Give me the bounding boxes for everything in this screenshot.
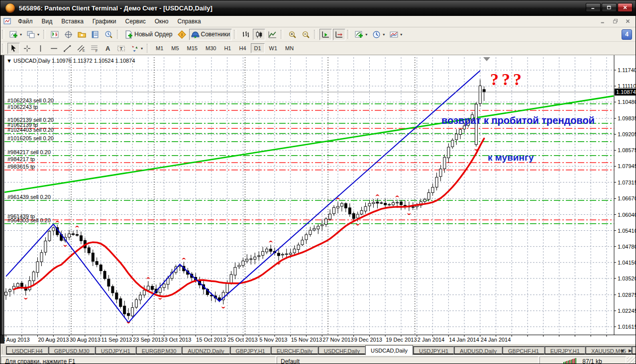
tab-eurgbp-m30[interactable]: EURGBP,M30 bbox=[136, 346, 182, 355]
tab-usdcad-daily[interactable]: USDCAD,Daily bbox=[365, 345, 413, 355]
svg-text:#1062243 tp: #1062243 tp bbox=[7, 104, 38, 110]
mdi-close-icon bbox=[625, 18, 632, 25]
svg-text:#1016205 sell 0.20: #1016205 sell 0.20 bbox=[7, 135, 54, 141]
chart-shift-button[interactable] bbox=[333, 29, 345, 40]
trendline-tool-button[interactable] bbox=[61, 43, 74, 54]
mdi-left-edge bbox=[0, 55, 4, 335]
timeframe-m1-button[interactable]: M1 bbox=[152, 43, 167, 53]
new-chart-button[interactable]: ▾ bbox=[7, 29, 24, 40]
mdi-close-button[interactable] bbox=[623, 17, 634, 25]
svg-text:30 Aug 2013: 30 Aug 2013 bbox=[70, 337, 101, 343]
market-watch-button[interactable] bbox=[49, 29, 61, 40]
mdi-window-controls bbox=[598, 17, 634, 25]
svg-text:25 Oct 2013: 25 Oct 2013 bbox=[228, 337, 258, 343]
price-axis[interactable]: 1.117401.111101.104801.098351.092051.085… bbox=[614, 55, 636, 335]
line-chart-button[interactable] bbox=[266, 29, 279, 40]
navigator-icon bbox=[78, 30, 86, 39]
arrows-tool-button[interactable]: ▾ bbox=[128, 43, 145, 54]
toolbar-standard: 4 ▾▾Новый Ордер!Советники▾▾▾ bbox=[0, 27, 636, 42]
new-order-button[interactable]: Новый Ордер bbox=[122, 29, 174, 40]
menu-сервис[interactable]: Сервис bbox=[121, 18, 150, 25]
channel-tool-button[interactable]: E bbox=[75, 43, 87, 54]
tab-audusd-daily[interactable]: AUDUSD,Daily bbox=[454, 346, 502, 355]
svg-text:27 Nov 2013: 27 Nov 2013 bbox=[322, 337, 353, 343]
mdi-minimize-button[interactable] bbox=[598, 17, 609, 25]
time-axis[interactable]: 8 Aug 201320 Aug 201330 Aug 201311 Sep 2… bbox=[0, 335, 636, 344]
tab-usdjpy-h1[interactable]: USDJPY,H1 bbox=[95, 346, 136, 355]
tabs-scroll-arrows[interactable]: ◀ ▶ bbox=[620, 348, 634, 353]
horizontal-line-tool-button[interactable] bbox=[48, 43, 60, 54]
tab-audnzd-daily[interactable]: AUDNZD,Daily bbox=[182, 346, 229, 355]
titlebar[interactable]: 565896: Panteon Client Terminal - Демо С… bbox=[0, 0, 636, 16]
candles-button[interactable] bbox=[253, 29, 265, 40]
text-label-tool-button[interactable]: T bbox=[115, 43, 127, 54]
text-tool-button[interactable]: A bbox=[102, 43, 114, 54]
templates-button[interactable]: ▾ bbox=[388, 29, 404, 40]
navigator-button[interactable] bbox=[76, 29, 88, 40]
chart-window[interactable]: #1062243 sell 0.20#1062243 tp#1062139 se… bbox=[0, 55, 636, 344]
alert-button[interactable]: ! bbox=[176, 29, 188, 40]
tab-eurjpy-h1[interactable]: EURJPY,H1 bbox=[544, 346, 585, 355]
menu-файл[interactable]: Файл bbox=[13, 18, 37, 25]
timeframe-h4-button[interactable]: H4 bbox=[235, 43, 249, 53]
svg-text:1.04150: 1.04150 bbox=[618, 260, 636, 266]
window-title: 565896: Panteon Client Terminal - Демо С… bbox=[19, 4, 212, 12]
mdi-min-icon bbox=[600, 18, 607, 25]
minimize-button[interactable] bbox=[586, 3, 601, 12]
tab-usdchf-daily[interactable]: USDCHF,Daily bbox=[318, 346, 365, 355]
svg-text:#983615 tp: #983615 tp bbox=[7, 164, 35, 170]
text-label-icon: T bbox=[117, 44, 125, 53]
notification-badge[interactable]: 4 bbox=[622, 29, 632, 40]
auto-scroll-button[interactable] bbox=[319, 29, 332, 40]
svg-text:5 Nov 2013: 5 Nov 2013 bbox=[259, 337, 287, 343]
resize-grip[interactable] bbox=[627, 357, 636, 364]
mdi-restore-icon bbox=[612, 18, 619, 25]
timeframe-w1-button[interactable]: W1 bbox=[266, 43, 281, 53]
crosshair-tool-button[interactable] bbox=[21, 43, 33, 54]
timeframe-d1-button[interactable]: D1 bbox=[251, 43, 265, 53]
data-window-button[interactable] bbox=[62, 29, 75, 40]
tab-gbpjpy-h1[interactable]: GBPJPY,H1 bbox=[230, 346, 271, 355]
bars-button[interactable] bbox=[239, 29, 252, 40]
chart-tabs-bar: USDCHF,H4GBPUSD,M30USDJPY,H1EURGBP,M30AU… bbox=[0, 344, 636, 355]
maximize-button[interactable] bbox=[602, 3, 617, 12]
vertical-line-tool-button[interactable] bbox=[34, 43, 47, 54]
tab-gbpchf-h1[interactable]: GBPCHF,H1 bbox=[502, 346, 544, 355]
timeframe-h1-button[interactable]: H1 bbox=[220, 43, 234, 53]
toolbar-grip bbox=[43, 30, 46, 39]
timeframe-m15-button[interactable]: M15 bbox=[184, 43, 201, 53]
tab-gbpusd-m30[interactable]: GBPUSD,M30 bbox=[48, 346, 95, 355]
new-order-icon bbox=[124, 30, 133, 39]
timeframe-m5-button[interactable]: M5 bbox=[168, 43, 182, 53]
vertical-line-icon bbox=[36, 44, 45, 53]
menu-вид[interactable]: Вид bbox=[37, 18, 57, 25]
chart-plot[interactable]: #1062243 sell 0.20#1062243 tp#1062139 se… bbox=[0, 55, 636, 337]
menu-графики[interactable]: Графики bbox=[88, 18, 121, 25]
chart-shift-marker[interactable] bbox=[483, 57, 490, 61]
svg-text:23 Sep 2013: 23 Sep 2013 bbox=[133, 337, 164, 343]
cursor-tool-button[interactable] bbox=[7, 43, 20, 54]
menu-справка[interactable]: Справка bbox=[173, 18, 206, 25]
terminal-button[interactable] bbox=[89, 29, 102, 40]
svg-text:1.01615: 1.01615 bbox=[618, 324, 636, 330]
zoom-in-button[interactable] bbox=[286, 29, 299, 40]
experts-button[interactable]: Советники bbox=[189, 29, 232, 40]
fibonacci-tool-button[interactable]: F bbox=[88, 43, 101, 54]
indicators-button[interactable]: ▾ bbox=[353, 29, 369, 40]
timeframe-m30-button[interactable]: M30 bbox=[202, 43, 219, 53]
window-controls bbox=[586, 3, 633, 12]
tab-usdjpy-h1[interactable]: USDJPY,H1 bbox=[413, 346, 454, 355]
timeframe-mn-button[interactable]: MN bbox=[282, 43, 297, 53]
profiles-button[interactable]: ▾ bbox=[25, 29, 41, 40]
tabs-grip bbox=[2, 347, 3, 354]
tab-eurchf-daily[interactable]: EURCHF,Daily bbox=[271, 346, 318, 355]
menu-окно[interactable]: Окно bbox=[150, 18, 173, 25]
zoom-out-button[interactable] bbox=[300, 29, 312, 40]
menu-вставка[interactable]: Вставка bbox=[57, 18, 88, 25]
tester-button[interactable] bbox=[103, 29, 115, 40]
close-button[interactable] bbox=[618, 3, 633, 12]
periods-button[interactable]: ▾ bbox=[370, 29, 387, 40]
mdi-restore-button[interactable] bbox=[610, 17, 621, 25]
status-profile[interactable]: Default bbox=[277, 357, 538, 364]
tab-usdchf-h4[interactable]: USDCHF,H4 bbox=[6, 346, 48, 355]
